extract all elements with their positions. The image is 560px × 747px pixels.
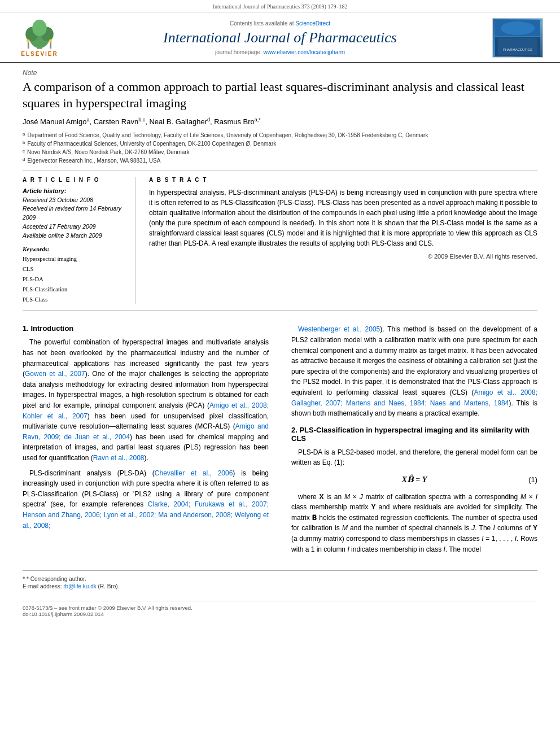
footnote-area: * * Corresponding author. E-mail address…	[23, 570, 537, 589]
body-right-column: Westenberger et al., 2005). This method …	[291, 324, 537, 559]
doi-line: doi:10.1016/j.ijpharm.2009.02.014	[23, 611, 537, 617]
elsevier-label: ELSEVIER	[21, 51, 58, 57]
keyword-4: PLS-Classification	[23, 285, 126, 295]
abstract-paragraph: In hyperspectral analysis, PLS-discrimin…	[149, 187, 537, 248]
affiliation-a: a Department of Food Science, Quality an…	[23, 131, 537, 139]
keywords-section: Keywords: Hyperspectral imaging CLS PLS-…	[23, 246, 126, 304]
section2-title: 2. PLS-Classification in hyperspectral i…	[291, 426, 537, 443]
section2-para2: where X is an M × J matrix of calibratio…	[291, 492, 537, 555]
authors-line: José Manuel Amigoa, Carsten Ravnb,c, Nea…	[23, 117, 537, 126]
section1-continuation: Westenberger et al., 2005). This method …	[291, 324, 537, 418]
abstract-heading: A B S T R A C T	[149, 177, 537, 183]
info-abstract-columns: A R T I C L E I N F O Article history: R…	[23, 177, 537, 305]
cite-amigo2[interactable]: Amigo and Ravn, 2009; de Juan et al., 20…	[23, 422, 269, 441]
abstract-column: A B S T R A C T In hyperspectral analysi…	[149, 177, 537, 305]
page: International Journal of Pharmaceutics 3…	[0, 0, 560, 747]
section2-para1: PLS-DA is a PLS2-based model, and theref…	[291, 447, 537, 468]
body-left-column: 1. Introduction The powerful combination…	[23, 324, 278, 559]
section1-para3: Westenberger et al., 2005). This method …	[291, 324, 537, 418]
sciencedirect-link[interactable]: ScienceDirect	[295, 20, 330, 27]
history-title: Article history:	[23, 187, 126, 194]
article-info-heading: A R T I C L E I N F O	[23, 177, 126, 183]
journal-citation: International Journal of Pharmaceutics 3…	[0, 0, 560, 12]
affiliation-d: d Eigenvector Research Inc., Manson, WA …	[23, 156, 537, 165]
cite-clarke[interactable]: Clarke, 2004; Furukawa et al., 2007; Hen…	[23, 500, 269, 529]
journal-cover-image: PHARMACEUTICS	[492, 18, 543, 58]
svg-point-11	[501, 21, 535, 35]
cite-gowen[interactable]: Gowen et al., 2007	[25, 370, 85, 378]
abstract-text: In hyperspectral analysis, PLS-discrimin…	[149, 187, 537, 248]
main-content: Note A comparison of a common approach t…	[0, 63, 560, 628]
section1-title: 1. Introduction	[23, 324, 269, 333]
issn-line: 0378-5173/$ – see front matter © 2009 El…	[23, 605, 537, 611]
article-type-label: Note	[23, 63, 537, 79]
cover-art-icon: PHARMACEUTICS	[495, 20, 540, 56]
elsevier-tree-icon	[20, 19, 59, 50]
cite-amigo3[interactable]: Amigo et al., 2008; Gallagher, 2007; Mar…	[291, 388, 537, 407]
corresponding-author-note: * * Corresponding author.	[23, 575, 537, 582]
svg-point-4	[32, 20, 47, 36]
equation-expression: XB̂ = Y	[402, 474, 427, 486]
affiliations: a Department of Food Science, Quality an…	[23, 131, 537, 165]
article-info-column: A R T I C L E I N F O Article history: R…	[23, 177, 135, 305]
svg-point-8	[49, 40, 53, 43]
equation-number: (1)	[427, 474, 537, 486]
homepage-line: journal homepage: www.elsevier.com/locat…	[79, 49, 481, 55]
cite-ravn[interactable]: Ravn et al., 2008	[93, 454, 145, 462]
cite-westenberger[interactable]: Westenberger et al., 2005	[298, 325, 380, 333]
journal-center: Contents lists available at ScienceDirec…	[68, 20, 492, 55]
received-date: Received 23 October 2008	[23, 196, 126, 205]
section1-para2: PLS-discriminant analysis (PLS-DA) (Chev…	[23, 468, 269, 531]
bottom-info: 0378-5173/$ – see front matter © 2009 El…	[23, 601, 537, 617]
available-date: Available online 3 March 2009	[23, 231, 126, 241]
cite-amigo1[interactable]: Amigo et al., 2008; Kohler et al., 2007	[23, 401, 269, 420]
elsevier-logo: ELSEVIER	[11, 19, 68, 57]
email-link[interactable]: rb@life.ku.dk	[63, 583, 97, 589]
section2-body: PLS-DA is a PLS2-based model, and theref…	[291, 447, 537, 554]
svg-text:PHARMACEUTICS: PHARMACEUTICS	[503, 48, 532, 51]
citation-text: International Journal of Pharmaceutics 3…	[213, 3, 348, 10]
homepage-link[interactable]: www.elsevier.com/locate/ijpharm	[264, 49, 345, 55]
accepted-date: Accepted 17 February 2009	[23, 222, 126, 231]
affiliation-b: b Faculty of Pharmaceutical Sciences, Un…	[23, 139, 537, 148]
svg-rect-12	[498, 38, 537, 55]
section1-body: The powerful combination of hyperspectra…	[23, 337, 269, 531]
keyword-5: PLS-Class	[23, 295, 126, 305]
email-footnote: E-mail address: rb@life.ku.dk (R. Bro).	[23, 583, 537, 589]
svg-point-7	[27, 40, 30, 43]
journal-title: International Journal of Pharmaceutics	[79, 29, 481, 46]
content-divider	[23, 310, 537, 311]
keyword-1: Hyperspectral imaging	[23, 254, 126, 264]
svg-rect-5	[28, 42, 29, 49]
keywords-title: Keywords:	[23, 246, 126, 252]
article-history: Article history: Received 23 October 200…	[23, 187, 126, 241]
article-title: A comparison of a common approach to par…	[23, 79, 537, 111]
svg-rect-6	[50, 42, 51, 49]
copyright-notice: © 2009 Elsevier B.V. All rights reserved…	[149, 253, 537, 260]
equation-1: XB̂ = Y (1)	[291, 474, 537, 486]
keyword-3: PLS-DA	[23, 274, 126, 285]
contents-available: Contents lists available at ScienceDirec…	[79, 20, 481, 27]
revised-date: Received in revised form 14 February 200…	[23, 204, 126, 222]
header-divider	[23, 171, 537, 171]
cite-chevallier[interactable]: Chevallier et al., 2006	[155, 469, 233, 477]
body-section: 1. Introduction The powerful combination…	[23, 320, 537, 559]
journal-header: ELSEVIER Contents lists available at Sci…	[0, 12, 560, 63]
affiliation-c: c Novo Nordisk A/S, Novo Nordisk Park, D…	[23, 148, 537, 156]
keyword-2: CLS	[23, 264, 126, 274]
section1-para1: The powerful combination of hyperspectra…	[23, 337, 269, 463]
